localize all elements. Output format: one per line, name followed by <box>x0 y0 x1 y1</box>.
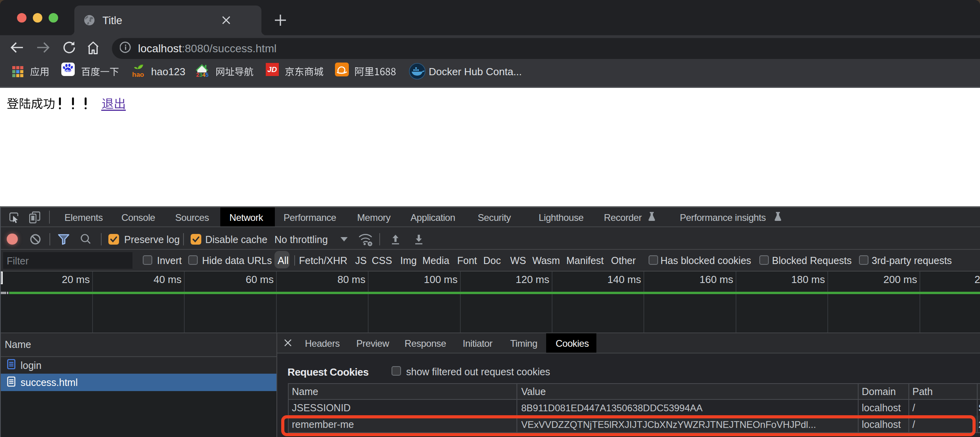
svg-text:hao: hao <box>132 71 144 78</box>
svg-text:du: du <box>65 68 70 73</box>
svg-text:2345: 2345 <box>196 72 208 78</box>
